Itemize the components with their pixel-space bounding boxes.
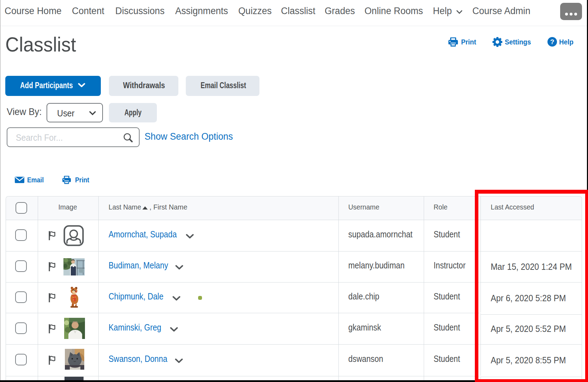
svg-text:?: ? xyxy=(550,38,555,46)
